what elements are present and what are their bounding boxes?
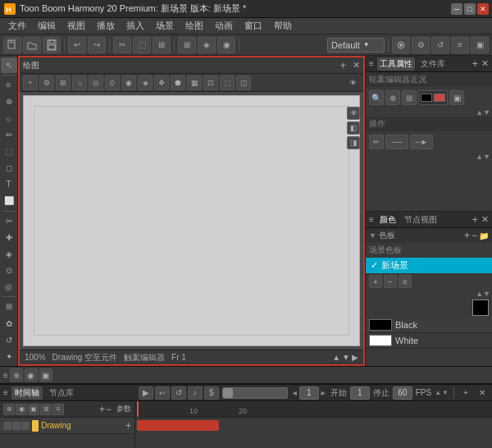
rp-search-tool[interactable]: 🔍 [369, 90, 384, 105]
camera-btn[interactable] [392, 37, 410, 53]
layer-add-btn[interactable]: + [99, 404, 105, 415]
layer-add-key-icon[interactable]: + [125, 420, 131, 432]
minimize-button[interactable]: ─ [451, 3, 462, 15]
paste-button[interactable]: ⊞ [153, 37, 171, 53]
color-item-white[interactable]: White [366, 333, 492, 349]
bt-2[interactable]: ◉ [25, 368, 38, 382]
settings-btn[interactable]: ⚙ [412, 37, 430, 53]
palette-minus-icon[interactable]: − [472, 230, 477, 241]
rp-menu-icon[interactable]: ≡ [369, 59, 374, 68]
tl-add-icon[interactable]: + [459, 386, 472, 400]
eye-tool-btn[interactable]: 👁 [347, 107, 360, 120]
tab-node-view[interactable]: 节点视图 [402, 213, 440, 226]
close-button[interactable]: ✕ [477, 3, 489, 15]
layer-vis-2[interactable] [12, 422, 20, 430]
op-dash-tool[interactable]: ── [385, 135, 408, 149]
circle-tool[interactable]: ⊙ [1, 263, 17, 278]
palette-add-icon[interactable]: + [464, 230, 470, 241]
scroll-up2-icon[interactable]: ▲ [476, 153, 483, 161]
draw-tb-1[interactable]: + [23, 75, 38, 90]
scene-palette-row[interactable]: ✓ 新场景 [366, 258, 492, 273]
fill-tool[interactable]: ◎ [1, 279, 17, 295]
draw-tb-5[interactable]: ◎ [89, 75, 103, 90]
layer-row-drawing[interactable]: Drawing + [0, 418, 134, 434]
eraser-tool[interactable]: ⬜ [1, 193, 17, 208]
color-settings-btn[interactable]: ≡ [399, 275, 412, 288]
draw-tb-8[interactable]: ◈ [138, 75, 153, 90]
tl-close-icon[interactable]: ✕ [476, 386, 489, 400]
extra2-btn[interactable]: ▣ [471, 37, 489, 53]
panel-right-icon[interactable]: 👁 [345, 75, 360, 90]
palette-scroll-up-icon[interactable]: ▲ [476, 290, 483, 298]
fps-arrow-down[interactable]: ▼ [442, 389, 449, 396]
color-remove-btn[interactable]: − [384, 275, 397, 288]
layer-tool-1[interactable]: ⊕ [3, 404, 15, 415]
color-preview-swatch[interactable] [472, 299, 489, 316]
rp-extra-tool[interactable]: ▣ [449, 90, 464, 105]
palette-scroll-down-icon[interactable]: ▼ [483, 290, 490, 298]
draw-tb-13[interactable]: ⬚ [220, 75, 235, 90]
fps-arrow-up[interactable]: ▲ [435, 389, 441, 396]
draw-tb-12[interactable]: ⊡ [203, 75, 218, 90]
rp-magnet-tool[interactable]: ⊕ [385, 90, 400, 105]
layer-vis-3[interactable] [21, 422, 30, 430]
pencil-tool[interactable]: ✏ [1, 127, 17, 143]
cp-add-icon[interactable]: + [472, 213, 478, 226]
cut-button[interactable]: ✂ [113, 37, 131, 53]
frame-row-drawing[interactable] [135, 418, 492, 434]
fc-arrow-left[interactable]: ◄ [291, 389, 298, 397]
fc-arrow-right[interactable]: ► [320, 389, 327, 397]
rp-add-icon[interactable]: + [472, 57, 478, 70]
view-dropdown[interactable]: Default ▼ [327, 38, 385, 53]
cp-close-icon[interactable]: ✕ [481, 214, 489, 225]
tab-colors[interactable]: 颜色 [377, 213, 399, 226]
speed-btn[interactable]: $ [204, 386, 219, 400]
scroll-up-icon[interactable]: ▲ [476, 108, 483, 117]
tl-tab-main[interactable]: 时间轴 [11, 386, 43, 400]
flower-tool[interactable]: ✿ [1, 315, 17, 331]
color-add-btn[interactable]: + [369, 275, 382, 288]
draw-tb-11[interactable]: ▦ [187, 75, 202, 90]
layer-tool-4[interactable]: ⊞ [40, 404, 52, 415]
draw-tb-3[interactable]: ⊞ [56, 75, 71, 90]
draw-tb-4[interactable]: ☼ [72, 75, 87, 90]
zoom-tool[interactable]: ⊕ [1, 94, 17, 109]
undo-button[interactable]: ↩ [68, 37, 86, 53]
stop-frame-input[interactable] [393, 386, 412, 400]
play-btn[interactable]: ▶ [139, 386, 153, 400]
rp-black-swatch[interactable] [418, 90, 448, 105]
menu-animate[interactable]: 动画 [210, 18, 238, 34]
palette-folder-icon[interactable]: 📁 [479, 231, 489, 240]
draw-tb-10[interactable]: ⬟ [171, 75, 185, 90]
menu-insert[interactable]: 插入 [121, 18, 149, 34]
bt-3[interactable]: ▣ [39, 368, 52, 382]
menu-play[interactable]: 播放 [92, 18, 120, 34]
loop-btn[interactable]: ↺ [171, 386, 186, 400]
op-pencil-tool[interactable]: ✏ [369, 135, 384, 149]
tab-library[interactable]: 文件库 [418, 57, 448, 71]
frame-input[interactable] [299, 386, 319, 400]
grid-btn[interactable]: ⊞ [178, 37, 196, 53]
panel-add-icon[interactable]: + [339, 59, 346, 71]
transform-tool[interactable]: ≡ [1, 77, 17, 93]
scrubber-track[interactable] [222, 387, 288, 399]
draw-tb-7[interactable]: ◉ [121, 75, 136, 90]
draw-tb-2[interactable]: ⚙ [39, 75, 54, 90]
text-tool[interactable]: T [1, 176, 17, 192]
onion-btn[interactable]: ◉ [217, 37, 235, 53]
color-item-black[interactable]: Black [366, 318, 492, 333]
light-tool[interactable]: ☼ [1, 110, 17, 126]
layer-tool-5[interactable]: ≡ [52, 404, 64, 415]
shape-tool[interactable]: ◻ [1, 160, 17, 176]
footer-up-icon[interactable]: ▲ [332, 353, 340, 362]
layer-tool-3[interactable]: ▣ [28, 404, 39, 415]
extra1-btn[interactable]: ≡ [451, 37, 469, 53]
menu-scene[interactable]: 场景 [151, 18, 179, 34]
rotate-tool[interactable]: ↺ [1, 332, 17, 348]
panel-close-icon[interactable]: ✕ [353, 60, 360, 71]
save-button[interactable] [43, 37, 61, 53]
draw-tb-6[interactable]: ⊙ [105, 75, 120, 90]
select-tool[interactable]: ↖ [1, 57, 17, 73]
menu-window[interactable]: 窗口 [239, 18, 267, 34]
menu-view[interactable]: 视图 [62, 18, 90, 34]
